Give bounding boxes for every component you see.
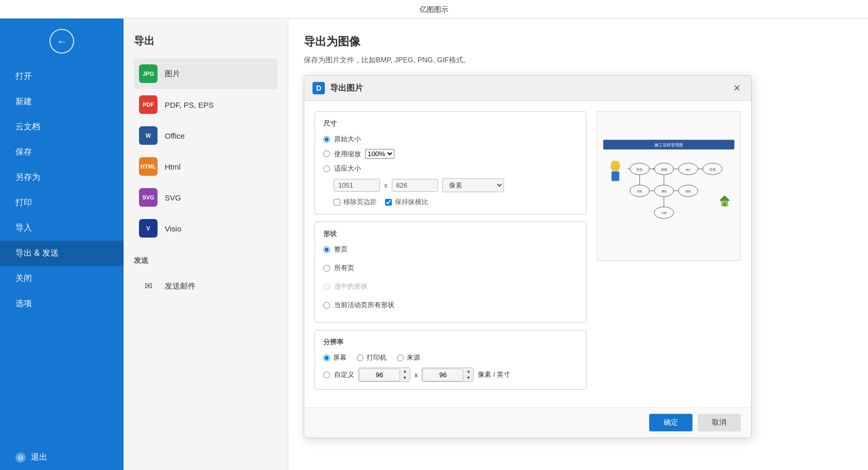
fit-width-input[interactable] [334,179,380,192]
sidebar-item-close[interactable]: 关闭 [0,266,124,291]
remove-margin-checkbox[interactable] [334,199,340,206]
margin-ratio-row: 移除页边距 保持纵横比 [334,197,578,207]
html-icon: HTML [139,157,158,176]
close-label: 关闭 [15,273,32,284]
shape-options: 整页 所有页 选中的形状 [323,245,578,315]
fit-radio[interactable] [323,165,330,172]
visio-label: Visio [165,224,181,233]
selected-shapes-radio[interactable] [323,283,330,290]
export-item-html[interactable]: HTML Html [134,151,277,182]
resolution-options-row: 屏幕 打印机 来源 [323,353,578,362]
main-area: ← 打开 新建 云文档 保存 另存为 打印 导入 导出 & 发送 关闭 选项 [0,19,868,470]
screen-label: 屏幕 [333,353,346,362]
svg-text:执行: 执行 [686,168,691,171]
export-item-visio[interactable]: V Visio [134,213,277,244]
export-panel: 导出 JPG 图片 PDF PDF, PS, EPS W Office HTML… [124,19,288,470]
current-page-label: 当前活动页所有形状 [334,300,394,310]
export-item-svg[interactable]: SVG SVG [134,182,277,213]
sidebar-item-options[interactable]: 选项 [0,291,124,316]
sidebar-item-exit[interactable]: ⊖ 退出 [0,445,124,470]
preview-image: 施工流程管理图 开始 审核 [597,111,741,261]
svg-text:完成: 完成 [709,167,716,171]
all-pages-label: 所有页 [334,263,354,273]
new-label: 新建 [15,96,32,107]
fit-height-input[interactable] [392,179,438,192]
size-unit-select[interactable]: 像素 厘米 英寸 [442,178,504,192]
sidebar-item-import[interactable]: 导入 [0,215,124,241]
all-pages-radio[interactable] [323,265,330,272]
export-item-office[interactable]: W Office [134,120,277,151]
print-label: 打印 [15,197,32,208]
exit-label: 退出 [31,452,47,463]
save-label: 保存 [15,147,32,158]
pdf-icon: PDF [139,95,158,114]
original-size-radio[interactable] [323,136,330,143]
sidebar-item-export[interactable]: 导出 & 发送 [0,241,124,266]
send-section-title: 发送 [134,256,277,265]
modal-body: 尺寸 原始大小 使用缩放 100% 50% 75% [304,101,751,407]
export-image-modal: D 导出图片 ✕ 尺寸 原始大小 [304,75,752,438]
printer-label: 打印机 [367,353,387,362]
sidebar-item-open[interactable]: 打开 [0,64,124,89]
export-item-pdf[interactable]: PDF PDF, PS, EPS [134,89,277,120]
content-title: 导出为图像 [304,34,853,49]
resolution-section-label: 分辨率 [323,338,578,347]
custom-y-down-btn[interactable]: ▼ [463,375,473,381]
sidebar-item-save[interactable]: 保存 [0,140,124,165]
options-label: 选项 [15,298,32,309]
svg-text:整改: 整改 [662,190,667,193]
current-page-radio[interactable] [323,302,330,309]
scale-select[interactable]: 100% 50% 75% 125% 150% 200% [365,149,394,159]
preview-diagram-svg: 施工流程管理图 开始 审核 [601,115,737,257]
original-size-row: 原始大小 [323,135,578,144]
svg-rect-33 [724,203,726,207]
export-item-image[interactable]: JPG 图片 [134,58,277,89]
source-radio[interactable] [397,355,404,361]
whole-page-label: 整页 [334,245,348,254]
scale-label: 使用缩放 [334,149,361,159]
export-label: 导出 & 发送 [15,248,59,259]
custom-radio[interactable] [323,372,330,378]
exit-icon: ⊖ [15,452,26,463]
modal-title-row: D 导出图片 [313,82,363,94]
custom-x-input[interactable] [359,368,400,381]
custom-x-up-btn[interactable]: ▲ [400,368,410,375]
sidebar-item-new[interactable]: 新建 [0,89,124,114]
sidebar-item-saveas[interactable]: 另存为 [0,165,124,190]
current-page-row: 当前活动页所有形状 [323,300,578,310]
svg-text:验收: 验收 [686,190,691,193]
pdf-label: PDF, PS, EPS [165,100,214,109]
printer-radio[interactable] [357,355,363,361]
office-icon: W [139,126,158,145]
svg-rect-5 [612,163,619,166]
modal-preview: 施工流程管理图 开始 审核 [597,111,741,397]
custom-y-stepper-buttons: ▲ ▼ [463,368,473,381]
top-bar: 亿图图示 [0,0,868,19]
confirm-button[interactable]: 确定 [649,414,692,431]
back-button[interactable]: ← [0,24,124,64]
svg-text:审核: 审核 [661,167,667,171]
keep-ratio-checkbox[interactable] [385,199,392,206]
send-email-item[interactable]: ✉ 发送邮件 [134,271,277,301]
size-section-label: 尺寸 [323,119,578,128]
sidebar-spacer [0,316,124,445]
custom-y-input[interactable] [422,368,463,381]
custom-x-down-btn[interactable]: ▼ [400,375,410,381]
svg-label: SVG [165,193,181,202]
back-circle-icon[interactable]: ← [49,29,74,54]
sidebar-item-cloud[interactable]: 云文档 [0,114,124,140]
whole-page-radio[interactable] [323,246,330,253]
office-label: Office [165,131,185,140]
modal-close-button[interactable]: ✕ [731,82,743,94]
cancel-button[interactable]: 取消 [698,414,741,431]
all-pages-row: 所有页 [323,263,578,273]
scale-radio[interactable] [323,150,330,157]
sidebar-item-print[interactable]: 打印 [0,190,124,215]
jpg-icon: JPG [139,64,158,83]
res-x-separator: x [414,371,418,379]
email-icon: ✉ [139,277,158,295]
email-label: 发送邮件 [165,281,196,291]
original-size-label: 原始大小 [334,135,361,144]
custom-y-up-btn[interactable]: ▲ [463,368,473,375]
screen-radio[interactable] [323,355,330,361]
